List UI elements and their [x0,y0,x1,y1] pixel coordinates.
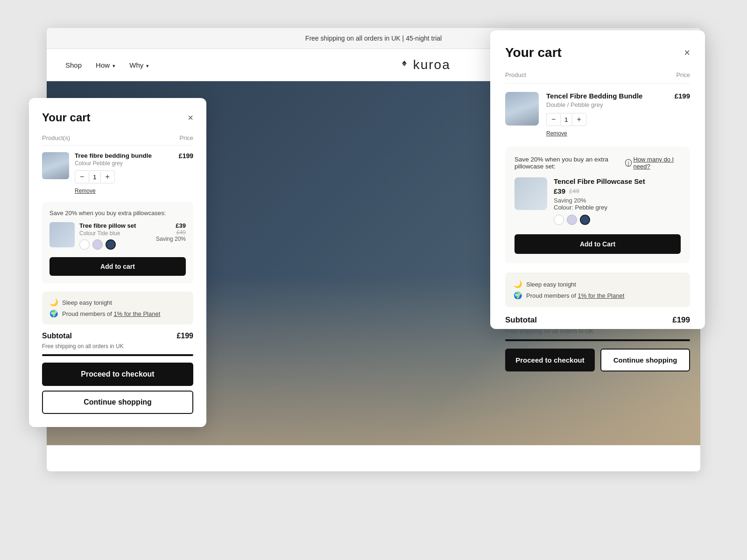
small-upsell-details: Tree fibre pillow set Colour Tide blue [79,222,151,252]
large-col-product-label: Product [505,71,526,78]
large-swatch-dark[interactable] [580,215,590,225]
large-upsell-item: Tencel Fibre Pillowcase Set £39 £49 Savi… [514,177,681,228]
large-continue-button[interactable]: Continue shopping [600,349,690,371]
small-subtotal-value: £199 [176,332,193,340]
large-remove-button[interactable]: Remove [546,130,567,137]
small-cart-header: Your cart × [42,111,193,124]
small-item-price: £199 [179,152,193,160]
small-subtotal-label: Subtotal [42,332,72,340]
small-cart-item-row: Tree fibre bedding bundle Colour Pebble … [42,152,193,195]
large-item-price: £199 [675,92,690,100]
small-subtotal-row: Subtotal £199 [42,332,193,340]
large-upsell-box: Save 20% when you buy an extra pillowcas… [505,147,690,263]
large-color-swatches [554,215,681,225]
small-upsell-price-current: £39 [176,222,186,229]
large-upsell-saving: Saving 20% [554,197,681,204]
col-price-label: Price [179,134,193,141]
large-upsell-save-text: Save 20% when you buy an extra pillowcas… [514,156,625,170]
large-free-shipping-text: Free shipping on all orders in UK [505,328,690,335]
small-swatch-dark[interactable] [106,239,116,250]
small-upsell-box: Save 20% when you buy extra pillowcases:… [42,202,193,283]
small-color-swatches [79,239,151,250]
large-cart-item-row: Tencel Fibre Bedding Bundle Double / Peb… [505,92,690,137]
small-cart-panel: Your cart × Product(s) Price Tree fibre … [29,98,206,427]
small-qty-increase-button[interactable]: + [101,171,114,183]
large-cart-header: Your cart × [505,45,690,60]
site-logo: kuroa [399,57,451,72]
nav-links: Shop How ▾ Why ▾ [65,61,149,69]
small-trust-box: 🌙 Sleep easy tonight 🌍 Proud members of … [42,292,193,324]
globe-icon: 🌍 [49,309,58,318]
large-upsell-thumbnail [514,177,547,210]
large-upsell-prices: £39 £49 [554,187,681,195]
small-remove-button[interactable]: Remove [75,188,96,194]
small-checkout-button[interactable]: Proceed to checkout [42,363,193,386]
large-cart-panel: Your cart × Product Price Tencel Fibre B… [490,30,705,329]
large-add-to-cart-button[interactable]: Add to Cart [514,234,681,254]
large-item-details: Tencel Fibre Bedding Bundle Double / Peb… [546,92,667,137]
large-cart-col-headers: Product Price [505,71,690,84]
small-upsell-item: Tree fibre pillow set Colour Tide blue £… [49,222,186,252]
small-planet-link[interactable]: 1% for the Planet [114,310,161,317]
small-qty-control: − 1 + [75,170,115,183]
large-qty-decrease-button[interactable]: − [547,113,560,126]
small-add-to-cart-button[interactable]: Add to cart [49,257,186,276]
small-qty-decrease-button[interactable]: − [75,171,89,183]
large-upsell-color-label: Colour: Pebble grey [554,204,681,211]
small-upsell-thumbnail [49,222,75,247]
large-item-variant: Double / Pebble grey [546,101,667,108]
small-item-variant: Colour Pebble grey [75,160,173,167]
small-upsell-prices: £39 £49 Saving 20% [156,222,186,242]
large-moon-icon: 🌙 [514,280,522,288]
large-upsell-price-current: £39 [554,187,565,195]
large-checkout-button[interactable]: Proceed to checkout [505,349,595,371]
large-cart-title: Your cart [505,45,562,60]
large-upsell-name: Tencel Fibre Pillowcase Set [554,177,681,185]
large-trust-planet: 🌍 Proud members of 1% for the Planet [514,291,682,300]
small-trust-sleep: 🌙 Sleep easy tonight [49,298,186,307]
large-item-name: Tencel Fibre Bedding Bundle [546,92,667,100]
large-progress-bar [505,339,690,341]
small-upsell-title: Save 20% when you buy extra pillowcases: [49,210,186,217]
small-trust-planet: 🌍 Proud members of 1% for the Planet [49,309,186,318]
small-free-shipping-text: Free shipping on all orders in UK [42,343,193,350]
small-qty-value: 1 [89,172,100,182]
large-cart-actions: Proceed to checkout Continue shopping [505,349,690,371]
large-cart-close-button[interactable]: × [684,48,690,58]
large-qty-value: 1 [560,114,572,125]
banner-text: Free shipping on all orders in UK | 45-n… [305,35,442,42]
small-upsell-saving: Saving 20% [156,236,186,242]
small-product-thumbnail [42,152,69,179]
large-trust-sleep: 🌙 Sleep easy tonight [514,280,682,288]
small-continue-button[interactable]: Continue shopping [42,391,193,414]
small-item-name: Tree fibre bedding bundle [75,152,173,159]
small-cart-title: Your cart [42,111,91,124]
small-upsell-variant: Colour Tide blue [79,230,151,237]
info-icon: i [625,159,631,167]
large-subtotal-value: £199 [672,315,690,325]
nav-why[interactable]: Why ▾ [129,61,149,69]
nav-how[interactable]: How ▾ [96,61,115,69]
large-trust-box: 🌙 Sleep easy tonight 🌍 Proud members of … [505,273,690,307]
large-col-price-label: Price [676,71,690,78]
small-upsell-name: Tree fibre pillow set [79,222,151,229]
large-product-thumbnail [505,92,539,126]
large-swatch-white[interactable] [554,215,564,225]
large-upsell-details: Tencel Fibre Pillowcase Set £39 £49 Savi… [554,177,681,228]
large-subtotal-row: Subtotal £199 [505,315,690,325]
large-subtotal-label: Subtotal [505,315,537,325]
nav-shop[interactable]: Shop [65,61,82,69]
small-cart-close-button[interactable]: × [188,113,193,122]
large-swatch-light[interactable] [567,215,577,225]
large-upsell-header: Save 20% when you buy an extra pillowcas… [514,156,681,170]
large-upsell-price-original: £49 [569,188,579,195]
small-swatch-light[interactable] [92,239,103,250]
large-how-many-link[interactable]: i How many do I need? [625,156,681,170]
large-qty-increase-button[interactable]: + [572,113,586,126]
small-upsell-price-original: £49 [176,229,186,236]
small-cart-col-headers: Product(s) Price [42,134,193,146]
large-planet-link[interactable]: 1% for the Planet [578,292,625,299]
small-progress-bar [42,354,193,356]
large-qty-control: − 1 + [546,113,586,126]
small-swatch-white[interactable] [79,239,90,250]
